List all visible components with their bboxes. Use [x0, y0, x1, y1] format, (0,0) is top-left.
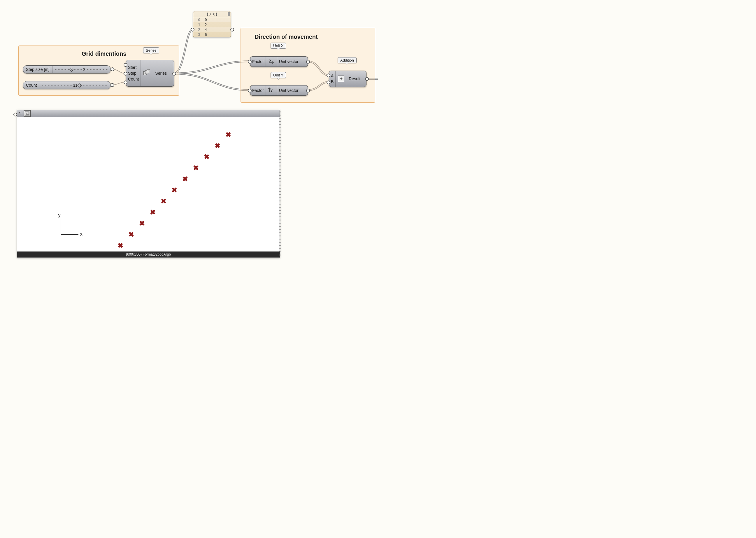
unit-y-icon: y	[268, 87, 275, 94]
panel-header: {0;0}	[206, 12, 217, 16]
grip-add-b[interactable]	[327, 81, 330, 84]
svg-text:1: 1	[146, 71, 148, 74]
svg-text:y: y	[270, 88, 273, 92]
grip-step-out[interactable]	[111, 67, 114, 71]
svg-text:2: 2	[148, 70, 150, 73]
series-output[interactable]: Series	[155, 70, 167, 76]
svg-text:x: x	[269, 58, 271, 62]
grip-series-start[interactable]	[123, 63, 127, 67]
series-input-step[interactable]: Step	[128, 70, 139, 76]
unitx-output[interactable]: Unit vector	[279, 59, 299, 65]
scatter-point	[139, 221, 145, 226]
tooltip-addition: Addition	[338, 57, 356, 63]
panel-scrollbar[interactable]	[228, 12, 230, 16]
slider-count[interactable]: Count 11	[23, 81, 111, 89]
slider-step-value: 2	[82, 67, 86, 72]
scatter-point	[193, 165, 199, 170]
image-viewer[interactable]: S y x (600x300) Format32bppArgb	[17, 110, 280, 258]
panel-row: 24	[193, 27, 231, 32]
grip-unitx-out[interactable]	[306, 60, 310, 64]
plus-icon: +	[338, 76, 344, 82]
grip-count-out[interactable]	[111, 83, 114, 87]
scatter-point	[150, 209, 155, 215]
unit-x-icon: x	[268, 58, 275, 65]
grip-panel-out[interactable]	[230, 28, 234, 31]
unity-output[interactable]: Unit vector	[279, 87, 299, 93]
scatter-point	[226, 132, 231, 137]
viewer-body: y x	[17, 117, 280, 251]
add-input-a[interactable]: A	[331, 73, 334, 79]
slider-step-size[interactable]: Step size [m] 2	[23, 65, 111, 74]
panel-body: 00 12 24 36	[193, 17, 231, 37]
scatter-point	[204, 154, 209, 159]
svg-text:0: 0	[145, 72, 146, 75]
panel-row: 00	[193, 17, 231, 22]
component-unit-y[interactable]: Factor y Unit vector	[250, 85, 308, 96]
component-unit-x[interactable]: Factor x Unit vector	[250, 56, 308, 67]
grip-series-count[interactable]	[123, 81, 127, 84]
grip-unity-in[interactable]	[248, 89, 252, 92]
scatter-point	[172, 187, 177, 192]
group-grid-title: Grid dimentions	[82, 50, 126, 57]
scatter-point	[118, 243, 123, 248]
grip-unity-out[interactable]	[306, 89, 310, 92]
grip-series-out[interactable]	[172, 72, 176, 76]
viewer-torn-edge	[278, 110, 281, 257]
axis-x-label: x	[80, 231, 82, 237]
tooltip-series: Series	[143, 47, 159, 53]
viewer-titlebar[interactable]: S	[17, 110, 280, 117]
scatter-point	[215, 143, 220, 148]
series-input-count[interactable]: Count	[128, 76, 139, 82]
add-input-b[interactable]: B	[331, 79, 334, 84]
group-direction-title: Direction of movement	[255, 33, 318, 40]
unitx-input-factor[interactable]: Factor	[252, 59, 264, 65]
tooltip-unity: Unit Y	[270, 72, 286, 78]
add-output[interactable]: Result	[349, 76, 360, 82]
unity-input-factor[interactable]: Factor	[252, 87, 264, 93]
viewer-status: (600x300) Format32bppArgb	[17, 251, 280, 257]
scatter-point	[128, 232, 134, 237]
grip-series-step[interactable]	[123, 72, 127, 76]
slider-step-label: Step size [m]	[23, 66, 53, 73]
series-icon: 012	[143, 70, 151, 77]
series-input-start[interactable]: Start	[128, 65, 139, 70]
scatter-point	[161, 198, 166, 204]
svg-point-10	[28, 112, 29, 113]
data-panel[interactable]: {0;0} 00 12 24 36	[193, 11, 231, 37]
component-addition[interactable]: A B + Result	[329, 71, 366, 87]
viewer-s-label: S	[19, 111, 22, 115]
grip-add-a[interactable]	[327, 74, 330, 77]
component-series[interactable]: Start Step Count 012 Series	[126, 60, 174, 87]
scatter-point	[182, 176, 188, 182]
tooltip-unitx: Unit X	[270, 43, 286, 49]
grip-panel-in[interactable]	[191, 28, 195, 31]
grip-add-out[interactable]	[365, 77, 369, 81]
panel-row: 12	[193, 22, 231, 27]
image-icon	[24, 110, 30, 117]
axis-y-label: y	[58, 212, 61, 218]
grip-unitx-in[interactable]	[248, 60, 252, 64]
panel-row: 36	[193, 32, 231, 37]
slider-count-label: Count	[23, 81, 40, 89]
